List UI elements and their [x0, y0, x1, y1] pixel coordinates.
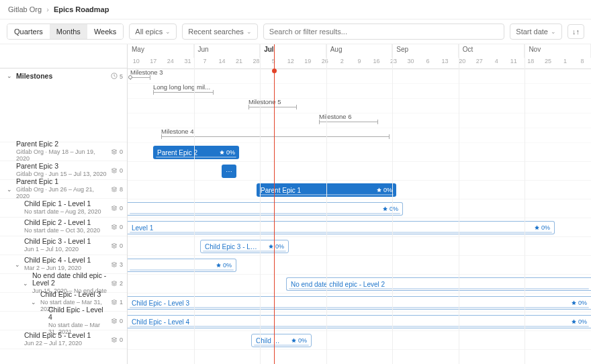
breadcrumb-root[interactable]: Gitlab Org [8, 5, 42, 13]
sort-dropdown[interactable]: Start date⌄ [510, 24, 562, 40]
chevron-down-icon: ⌄ [246, 28, 252, 35]
milestone-label: Milestone 3 [130, 69, 163, 76]
epic-row[interactable]: Child Epic 2 - Level 1No start date – Oc… [0, 218, 127, 236]
timeline-row: Parent Epic 1 0% [128, 181, 591, 199]
epic-row[interactable]: Child Epic 5 - Level 1Jun 22 – Jul 17, 2… [0, 330, 127, 349]
month-header: Nov [525, 44, 591, 58]
day-tick: 4 [488, 58, 505, 69]
toolbar: Quarters Months Weeks All epics⌄ Recent … [0, 19, 591, 44]
epic-bar[interactable]: No end date child epic - Level 2 [286, 277, 591, 291]
day-tick: 30 [402, 58, 420, 69]
epic-bar[interactable]: Parent Epic 2 0% [153, 146, 239, 159]
milestone-bar[interactable] [319, 122, 378, 122]
epic-name: Parent Epic 1 [16, 178, 108, 186]
epic-progress: 0% [382, 206, 398, 212]
day-tick: 17 [145, 58, 163, 69]
epic-progress: 0% [219, 149, 235, 156]
chevron-down-icon[interactable]: ⌄ [31, 299, 38, 306]
epic-bar[interactable]: Level 1 0% [128, 221, 555, 234]
epic-count: 0 [111, 242, 123, 249]
epic-bar-label: Level 1 [132, 224, 177, 232]
roadmap-board: ⌄ Milestones 5 Parent Epic 2Gitlab Org ·… [0, 44, 591, 364]
day-tick: 13 [437, 58, 454, 69]
milestone-label: Milestone 5 [248, 98, 281, 105]
milestone-bar[interactable] [248, 107, 297, 107]
epic-row[interactable]: Child Epic - Level 4No start date – Mar … [0, 312, 127, 330]
epic-meta: Jun 22 – Jul 17, 2020 [24, 340, 108, 347]
epic-bar[interactable]: Parent Epic 1 0% [257, 183, 396, 197]
day-tick: 11 [505, 58, 522, 69]
epic-row[interactable]: ⌄No end date child epic - Level 2Jun 15,… [0, 274, 127, 293]
day-tick: 7 [196, 58, 214, 69]
months-button[interactable]: Months [50, 24, 87, 39]
epic-name: Parent Epic 2 [16, 140, 108, 148]
search-input[interactable] [263, 24, 504, 40]
epic-name: Child Epic 3 - Level 1 [24, 238, 108, 246]
epic-bar[interactable]: 0% [128, 259, 236, 272]
day-tick: 9 [351, 58, 368, 69]
epic-meta: No start date – Aug 28, 2020 [24, 209, 108, 216]
breadcrumb-current: Epics Roadmap [54, 5, 109, 13]
month-header: Aug [326, 44, 393, 58]
chevron-down-icon: ⌄ [7, 73, 13, 79]
epic-name: Child Epic - Level 4 [48, 306, 108, 322]
timeline[interactable]: MayJunJulAugSepOctNov 101724317142128512… [128, 44, 591, 364]
epic-row[interactable]: Child Epic 1 - Level 1No start date – Au… [0, 199, 127, 218]
milestone-bar[interactable] [161, 136, 390, 137]
epic-count: 0 [111, 148, 123, 155]
milestones-header[interactable]: ⌄ Milestones 5 [0, 69, 127, 142]
epic-progress: 0% [268, 243, 284, 250]
timeline-row: Child Epic - Level 4 0% [128, 312, 591, 331]
epic-bar[interactable]: Child Epic - Level 4 0% [128, 315, 591, 328]
month-header: May [128, 44, 194, 58]
sidebar: ⌄ Milestones 5 Parent Epic 2Gitlab Org ·… [0, 44, 128, 364]
clock-icon [111, 73, 118, 81]
epic-count: 0 [111, 224, 123, 230]
epic-row[interactable]: ⌄Parent Epic 1Gitlab Org · Jun 26 – Aug … [0, 180, 127, 199]
timeline-header: MayJunJulAugSepOctNov 101724317142128512… [128, 44, 591, 69]
quarters-button[interactable]: Quarters [7, 24, 50, 39]
recent-searches-dropdown[interactable]: Recent searches⌄ [182, 24, 258, 40]
chevron-down-icon: ⌄ [165, 28, 171, 35]
epic-progress: 0% [571, 300, 587, 306]
chevron-down-icon: ⌄ [551, 28, 556, 35]
timeline-row: 0% [128, 256, 591, 275]
milestone-bar[interactable] [130, 77, 150, 78]
chevron-down-icon[interactable]: ⌄ [23, 280, 30, 287]
weeks-button[interactable]: Weeks [87, 24, 123, 39]
day-tick: 16 [368, 58, 385, 69]
timeline-row: 0% [128, 199, 591, 218]
epic-progress: 0% [534, 224, 550, 231]
day-tick: 26 [316, 58, 334, 69]
epic-meta: Gitlab Org · Jun 26 – Aug 21, 2020 [16, 187, 108, 200]
timeline-row: Level 1 0% [128, 218, 591, 237]
epic-name: Child Epic 2 - Level 1 [24, 219, 108, 227]
chevron-down-icon[interactable]: ⌄ [15, 261, 21, 268]
day-tick: 14 [214, 58, 231, 69]
sort-direction-button[interactable]: ↓↑ [567, 24, 584, 39]
milestone-label: Milestone 4 [161, 128, 194, 135]
epic-row[interactable]: Child Epic 3 - Level 1Jun 1 – Jul 10, 20… [0, 236, 127, 255]
epic-row[interactable]: Parent Epic 3Gitlab Org · Jun 15 – Jul 1… [0, 161, 127, 180]
epic-progress: 0% [216, 262, 232, 269]
epic-name: Child Epic - Level 3 [40, 291, 108, 299]
day-tick: 6 [419, 58, 437, 69]
epics-filter-dropdown[interactable]: All epics⌄ [129, 24, 177, 40]
epic-row[interactable]: Parent Epic 2Gitlab Org · May 18 – Jun 1… [0, 142, 127, 161]
breadcrumb-sep: › [46, 5, 49, 13]
epic-bar[interactable]: Child Epic 5 - Lev... 0% [251, 334, 312, 347]
today-marker [274, 44, 275, 364]
epic-bar[interactable]: 0% [128, 202, 403, 216]
epic-bar[interactable]: Child Epic - Level 3 0% [128, 296, 591, 310]
epic-bar[interactable]: ⋯ [222, 165, 236, 178]
month-header: Sep [392, 44, 459, 58]
timeline-row: Child Epic 3 - Level 1 0% [128, 237, 591, 256]
timeline-row: Child Epic - Level 3 0% [128, 293, 591, 312]
day-tick: 24 [162, 58, 179, 69]
chevron-down-icon[interactable]: ⌄ [7, 186, 13, 193]
epic-count: 0 [111, 336, 123, 343]
epic-count: 1 [111, 299, 123, 306]
epic-bar[interactable]: Child Epic 3 - Level 1 0% [200, 240, 289, 253]
epic-count: 2 [111, 280, 123, 287]
milestone-bar[interactable] [153, 92, 214, 93]
